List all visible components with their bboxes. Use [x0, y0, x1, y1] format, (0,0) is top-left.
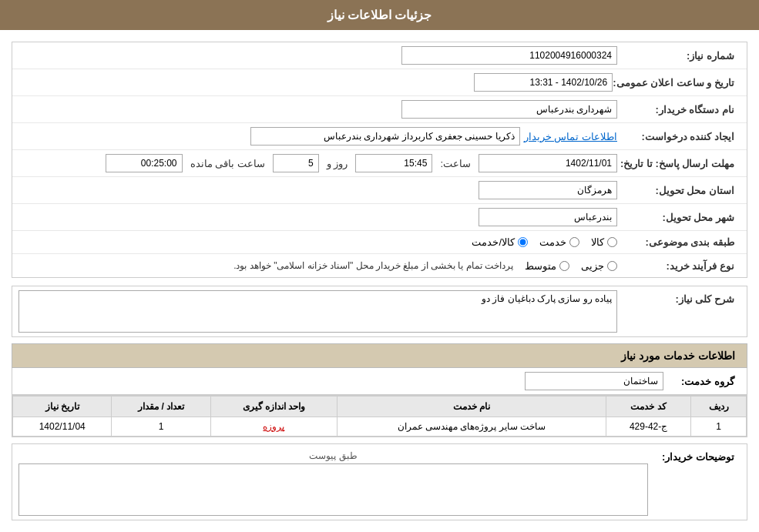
description-textarea[interactable]: پیاده رو سازی پارک دباغیان فاز دو [18, 290, 617, 333]
buyer-notes-label: توضیحات خریدار: [648, 448, 741, 463]
creator-row: ایجاد کننده درخواست: اطلاعات تماس خریدار [12, 123, 747, 150]
need-number-value-cell [18, 46, 617, 65]
col-quantity: تعداد / مقدار [112, 396, 210, 417]
attachment-label: طبق پیوست [18, 448, 648, 463]
buyer-notes-row: توضیحات خریدار: طبق پیوست [12, 444, 747, 520]
purchase-type-motavaset-input[interactable] [559, 261, 569, 271]
province-label: استان محل تحویل: [617, 185, 741, 196]
page-title: جزئیات اطلاعات نیاز [327, 8, 432, 22]
page-header: جزئیات اطلاعات نیاز [0, 0, 759, 30]
table-row: 1 ج-42-429 ساخت سایر پروژه‌های مهندسی عم… [13, 417, 747, 437]
purchase-type-jozi-input[interactable] [607, 261, 617, 271]
province-input[interactable] [479, 181, 617, 199]
table-header-row: ردیف کد خدمت نام خدمت واحد اندازه گیری ت… [13, 396, 747, 417]
buyer-notes-section: توضیحات خریدار: طبق پیوست [12, 443, 747, 520]
category-kala-khedmat-label: کالا/خدمت [472, 236, 515, 248]
purchase-type-value-cell: جزیی متوسط پرداخت تمام یا بخشی از مبلغ خ… [18, 260, 617, 272]
purchase-type-note: پرداخت تمام یا بخشی از مبلغ خریدار محل "… [233, 260, 513, 271]
purchase-type-radio-jozi[interactable]: جزیی [581, 260, 617, 272]
cell-code: ج-42-429 [606, 417, 691, 437]
purchase-type-radio-motavaset[interactable]: متوسط [525, 260, 569, 272]
buyer-org-label: نام دستگاه خریدار: [617, 104, 741, 115]
category-radio-kala-khedmat-input[interactable] [518, 237, 528, 247]
announcement-input[interactable] [474, 73, 613, 92]
category-khedmat-label: خدمت [539, 236, 566, 248]
creator-input[interactable] [250, 127, 520, 146]
cell-date: 1402/11/04 [13, 417, 112, 437]
reply-deadline-value-cell: ساعت: روز و ساعت باقی مانده [18, 154, 617, 172]
cell-row-num: 1 [691, 417, 747, 437]
reply-remaining-label: ساعت باقی مانده [190, 158, 265, 169]
buyer-org-row: نام دستگاه خریدار: [12, 96, 747, 123]
description-section: شرح کلی نیاز: پیاده رو سازی پارک دباغیان… [12, 286, 747, 337]
reply-date-input[interactable] [479, 154, 617, 172]
category-row: طبقه بندی موضوعی: کالا خدمت کالا/خدمت [12, 231, 747, 254]
buyer-org-value-cell [18, 100, 617, 119]
creator-contact-link[interactable]: اطلاعات تماس خریدار [524, 131, 617, 142]
city-value-cell [18, 208, 617, 226]
announcement-label: تاریخ و ساعت اعلان عمومی: [613, 77, 741, 89]
col-unit: واحد اندازه گیری [210, 396, 337, 417]
purchase-type-jozi-label: جزیی [581, 260, 604, 272]
description-row: شرح کلی نیاز: پیاده رو سازی پارک دباغیان… [12, 286, 747, 336]
purchase-type-label: نوع فرآیند خرید: [617, 260, 741, 272]
need-number-row: شماره نیاز: [12, 42, 747, 69]
reply-remaining-input[interactable] [106, 154, 183, 172]
services-group-input[interactable] [525, 372, 663, 390]
cell-name: ساخت سایر پروژه‌های مهندسی عمران [338, 417, 606, 437]
category-value-cell: کالا خدمت کالا/خدمت [18, 236, 617, 248]
services-table-container: ردیف کد خدمت نام خدمت واحد اندازه گیری ت… [12, 395, 747, 437]
unit-link[interactable]: پروزه [263, 421, 284, 432]
reply-days-label: روز و [327, 158, 348, 169]
col-row-num: ردیف [691, 396, 747, 417]
main-form-section: شماره نیاز: تاریخ و ساعت اعلان عمومی: نا… [12, 42, 747, 278]
creator-value-cell: اطلاعات تماس خریدار [18, 127, 617, 146]
category-radio-kala-khedmat[interactable]: کالا/خدمت [472, 236, 528, 248]
category-kala-label: کالا [591, 236, 604, 248]
city-row: شهر محل تحویل: [12, 204, 747, 231]
category-radio-khedmat[interactable]: خدمت [539, 236, 579, 248]
button-row: بازگشت چاپ [12, 527, 747, 532]
buyer-notes-textarea[interactable] [22, 467, 644, 510]
cell-quantity: 1 [112, 417, 210, 437]
reply-deadline-label: مهلت ارسال پاسخ: تا تاریخ: [617, 158, 741, 169]
city-input[interactable] [479, 208, 617, 226]
creator-label: ایجاد کننده درخواست: [617, 131, 741, 142]
services-section-header: اطلاعات خدمات مورد نیاز [12, 343, 747, 368]
cell-unit: پروزه [210, 417, 337, 437]
services-table: ردیف کد خدمت نام خدمت واحد اندازه گیری ت… [12, 396, 747, 437]
province-row: استان محل تحویل: [12, 177, 747, 204]
purchase-type-row: نوع فرآیند خرید: جزیی متوسط پرداخت تمام … [12, 254, 747, 277]
need-number-input[interactable] [401, 46, 617, 65]
services-group-row: گروه خدمت: [12, 368, 747, 395]
col-code: کد خدمت [606, 396, 691, 417]
reply-days-input[interactable] [273, 154, 319, 172]
buyer-notes-inner [18, 463, 648, 516]
city-label: شهر محل تحویل: [617, 212, 741, 223]
reply-time-input[interactable] [355, 154, 432, 172]
col-date: تاریخ نیاز [13, 396, 112, 417]
services-group-label: گروه خدمت: [663, 376, 741, 387]
category-label: طبقه بندی موضوعی: [617, 236, 741, 248]
reply-time-label: ساعت: [440, 158, 471, 169]
buyer-notes-content: طبق پیوست [18, 448, 648, 516]
category-radio-kala-input[interactable] [607, 237, 617, 247]
need-number-label: شماره نیاز: [617, 50, 741, 62]
reply-deadline-row: مهلت ارسال پاسخ: تا تاریخ: ساعت: روز و س… [12, 150, 747, 177]
description-label: شرح کلی نیاز: [617, 290, 741, 305]
announcement-row: تاریخ و ساعت اعلان عمومی: [12, 69, 747, 96]
col-name: نام خدمت [338, 396, 606, 417]
province-value-cell [18, 181, 617, 199]
purchase-type-motavaset-label: متوسط [525, 260, 556, 272]
announcement-value-cell [18, 73, 613, 92]
buyer-org-input[interactable] [401, 100, 617, 119]
category-radio-khedmat-input[interactable] [569, 237, 579, 247]
category-radio-kala[interactable]: کالا [591, 236, 617, 248]
